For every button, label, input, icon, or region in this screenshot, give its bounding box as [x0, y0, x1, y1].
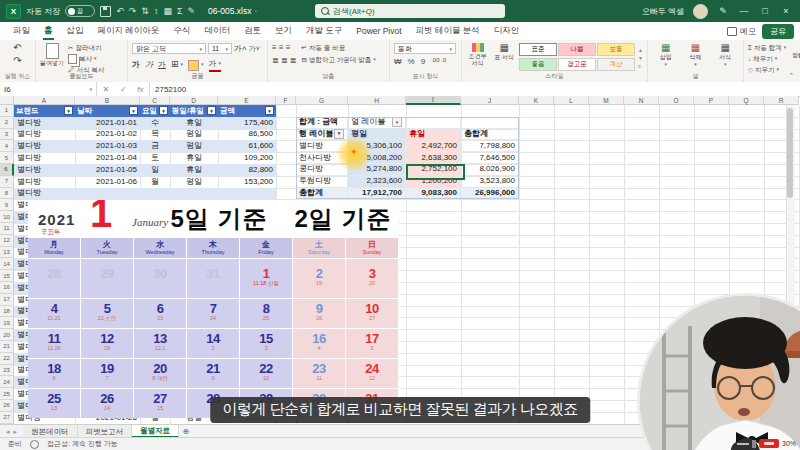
sort-desc-icon[interactable]: ↕ [154, 7, 159, 16]
ink-icon[interactable]: ✎ [717, 6, 729, 16]
column-header-C[interactable]: C [140, 96, 170, 105]
column-header-R[interactable]: R [764, 96, 799, 105]
format-as-table-button[interactable]: ▦ 표 서식 [493, 43, 517, 72]
pivot-cell[interactable]: 9,083,300 [406, 188, 461, 200]
redo-icon[interactable]: ↷ [13, 56, 21, 66]
table-cell[interactable]: 평일 [170, 176, 218, 188]
table-cell[interactable]: 평일 [170, 129, 218, 141]
column-header-L[interactable]: L [554, 96, 589, 105]
row-header-11[interactable]: 11 [0, 223, 14, 235]
user-avatar[interactable] [693, 4, 708, 19]
zoom-level[interactable]: 30% [782, 440, 796, 447]
pivot-cell[interactable]: 열 레이블▾ [348, 117, 406, 129]
pivot-cell[interactable] [461, 117, 519, 129]
undo-icon[interactable]: ↶ [13, 43, 21, 53]
pivot-cell[interactable]: 7,646,500 [461, 152, 519, 164]
autosave-toggle[interactable]: 끔 [65, 5, 95, 17]
pivot-cell[interactable]: 2,638,300 [406, 152, 461, 164]
table-cell[interactable]: 일 [140, 164, 170, 176]
style-bad[interactable]: 나쁨 [558, 43, 596, 56]
ribbon-tab-홈[interactable]: 홈 [37, 23, 60, 40]
row-header-25[interactable]: 25 [0, 388, 14, 400]
table-cell[interactable]: 175,400 [218, 117, 276, 129]
table-cell[interactable]: 109,200 [218, 152, 276, 164]
table-header-브랜드[interactable]: 브랜드▾ [14, 105, 75, 117]
ribbon-tab-파일[interactable]: 파일 [6, 23, 37, 40]
fill-button[interactable]: ↓채우기▾ [748, 54, 786, 64]
row-header-15[interactable]: 15 [0, 270, 14, 282]
table-cell[interactable]: 수 [140, 117, 170, 129]
sort-filter-button[interactable]: ⇅▾정렬 및 필터 [790, 43, 800, 74]
redo-icon[interactable]: ↷ [129, 7, 137, 16]
enter-icon[interactable]: ✓ [120, 85, 127, 94]
formula-input[interactable]: 2752100 [150, 82, 800, 96]
name-box[interactable]: I6▾ [0, 82, 97, 96]
row-header-16[interactable]: 16 [0, 282, 14, 294]
row-header-21[interactable]: 21 [0, 341, 14, 353]
title-dropdown-icon[interactable]: ▾ [254, 8, 257, 14]
restore-button[interactable]: □ [759, 6, 771, 16]
table-cell[interactable]: 평일 [170, 140, 218, 152]
row-header-20[interactable]: 20 [0, 329, 14, 341]
filter-icon[interactable]: ▾ [159, 106, 168, 115]
selected-cell[interactable] [406, 164, 465, 180]
table-header-금액[interactable]: 금액▾ [218, 105, 276, 117]
ribbon-tab-검토[interactable]: 검토 [237, 23, 268, 40]
column-header-B[interactable]: B [75, 96, 140, 105]
pivot-cell[interactable]: 2,492,700 [406, 140, 461, 152]
table-row-partial[interactable]: 별다방 [14, 188, 276, 200]
fill-color-icon[interactable]: ▾ [188, 60, 204, 71]
row-header-13[interactable]: 13 [0, 247, 14, 259]
ribbon-tab-Power Pivot[interactable]: Power Pivot [349, 24, 408, 39]
shrink-font-icon[interactable]: 가˅ [249, 43, 260, 55]
pivot-col-filter-icon[interactable]: ▾ [392, 117, 402, 127]
table-cell[interactable]: 별다방 [14, 117, 75, 129]
pivot-cell[interactable]: 8,026,900 [461, 164, 519, 176]
pivot-cell[interactable]: 행 레이블▾ [296, 129, 348, 141]
pivot-cell[interactable]: 26,996,000 [461, 188, 519, 200]
table-cell[interactable]: 월 [140, 176, 170, 188]
table-cell[interactable]: 휴일 [170, 164, 218, 176]
row-header-23[interactable]: 23 [0, 365, 14, 377]
table-cell[interactable]: 82,800 [218, 164, 276, 176]
ribbon-tab-보기[interactable]: 보기 [268, 23, 299, 40]
column-header-I[interactable]: I [406, 96, 461, 105]
conditional-formatting-button[interactable]: 조건부 서식 [466, 43, 490, 72]
pivot-cell[interactable]: 3,523,800 [461, 176, 519, 188]
select-all-corner[interactable] [0, 96, 14, 105]
bold-button[interactable]: 가 [132, 59, 140, 71]
table-cell[interactable]: 2021-01-03 [75, 140, 140, 152]
insert-cells-button[interactable]: ▦삽입▾ [652, 43, 680, 68]
ribbon-tab-삽입[interactable]: 삽입 [60, 23, 91, 40]
table-cell[interactable]: 휴일 [170, 152, 218, 164]
autosum-icon[interactable]: Σ [177, 7, 183, 16]
column-header-M[interactable]: M [589, 96, 624, 105]
share-button[interactable]: 공유 [762, 24, 794, 39]
row-header-22[interactable]: 22 [0, 353, 14, 365]
ribbon-tab-데이터[interactable]: 데이터 [197, 23, 237, 40]
table-cell[interactable]: 목 [140, 129, 170, 141]
column-header-A[interactable]: A [14, 96, 75, 105]
table-cell[interactable]: 휴일 [170, 117, 218, 129]
ribbon-tab-수식[interactable]: 수식 [166, 23, 197, 40]
font-color-icon[interactable]: 가▾ [209, 58, 222, 72]
table-cell[interactable]: 별다방 [14, 129, 75, 141]
table-cell[interactable]: 61,600 [218, 140, 276, 152]
column-header-E[interactable]: E [218, 96, 276, 105]
ribbon-tab-페이지 레이아웃[interactable]: 페이지 레이아웃 [91, 23, 167, 40]
zoom-slider-knob[interactable] [752, 440, 756, 448]
column-header-Q[interactable]: Q [729, 96, 764, 105]
decimal-icons[interactable]: .00 .0 [431, 57, 446, 66]
row-header-7[interactable]: 7 [0, 176, 14, 188]
style-calculation[interactable]: 계산 [597, 58, 635, 71]
sheet-prev-icon[interactable]: ◂ [6, 428, 10, 436]
percent-icon[interactable]: % [408, 57, 415, 66]
save-icon[interactable] [100, 6, 111, 17]
italic-button[interactable]: 가 [145, 59, 153, 71]
column-header-G[interactable]: G [296, 96, 348, 105]
table-cell[interactable]: 별다방 [14, 152, 75, 164]
pivot-cell[interactable]: 7,798,800 [461, 140, 519, 152]
table-cell[interactable]: 별다방 [14, 164, 75, 176]
table-cell[interactable]: 2021-01-05 [75, 164, 140, 176]
filter-icon[interactable]: ▾ [129, 106, 138, 115]
